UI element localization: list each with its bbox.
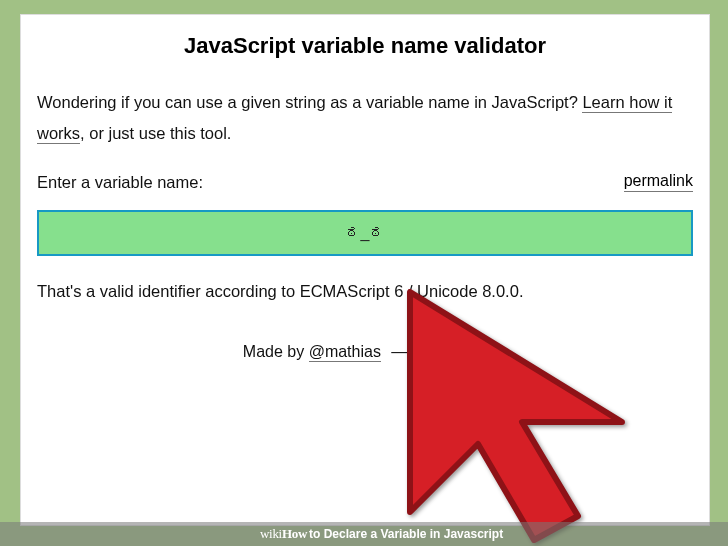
permalink-link[interactable]: permalink <box>624 172 693 192</box>
variable-input[interactable] <box>37 210 693 256</box>
page-title: JavaScript variable name validator <box>37 33 693 59</box>
wiki-article-title: to Declare a Variable in Javascript <box>309 527 503 541</box>
intro-part1: Wondering if you can use a given string … <box>37 93 582 111</box>
input-row: Enter a variable name: permalink <box>37 172 693 192</box>
wiki-attribution-bar: wikiHow to Declare a Variable in Javascr… <box>0 522 728 546</box>
input-label: Enter a variable name: <box>37 173 203 192</box>
made-by-text: Made by <box>243 343 309 360</box>
intro-text: Wondering if you can use a given string … <box>37 87 693 148</box>
intro-part2: , or just use this tool. <box>80 124 231 142</box>
author-link[interactable]: @mathias <box>309 343 381 362</box>
wiki-logo: wikiHow <box>260 526 307 542</box>
cursor-arrow-icon <box>390 272 690 546</box>
